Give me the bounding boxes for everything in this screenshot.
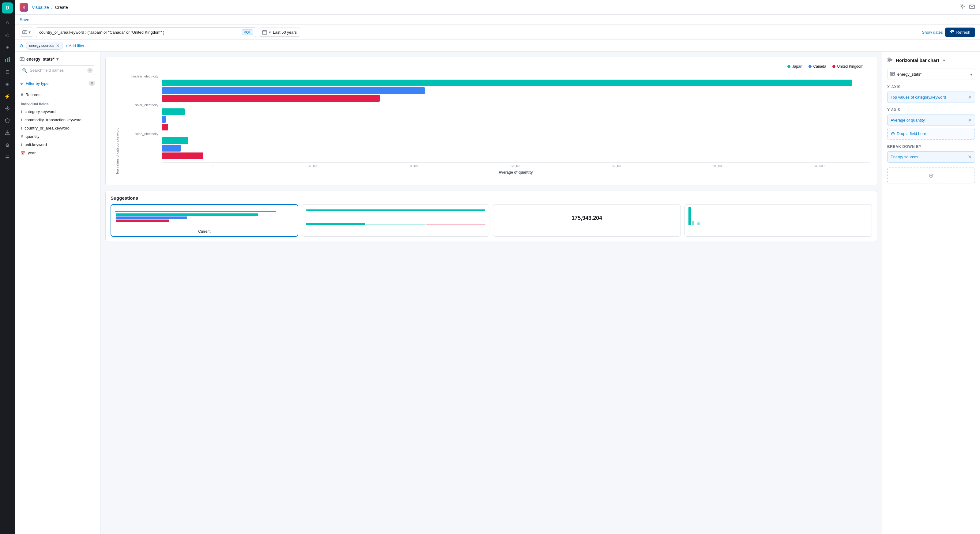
mini-bar-1 [115,211,276,212]
query-type-selector[interactable]: ▾ [20,27,33,37]
filter-options-icon[interactable]: ⊙ [20,43,23,48]
break-down-label: Break down by [887,145,975,149]
string-type-icon: t [21,109,22,114]
suggestion-preview-current [115,208,294,230]
filter-bar: ▾ country_or_area.keyword : ("Japan" or … [15,25,980,40]
x-tick-120k: 120,000 [465,164,566,168]
kibana-logo: K [20,3,28,12]
filter-chip-close-icon[interactable]: ✕ [56,43,60,48]
add-filter-button[interactable]: + Add filter [65,43,84,48]
main-layout: energy_stats* ▾ 🔍 ✕ Filter by type 0 [15,52,980,534]
sidebar-item-maps[interactable]: ◈ [2,78,13,89]
suggestion-preview-2 [306,208,486,233]
index-selector[interactable]: energy_stats* ▾ [20,57,95,62]
field-item-country[interactable]: t country_or_area.keyword [20,124,95,132]
svg-rect-9 [888,58,890,59]
y-axis-chip-remove-icon[interactable]: ✕ [968,117,972,123]
sidebar-item-discover[interactable]: ◎ [2,29,13,40]
field-item-category[interactable]: t category.keyword [20,108,95,116]
hash-type-icon: # [21,134,23,139]
suggestion-card-4[interactable] [684,204,872,237]
break-down-chip[interactable]: Energy sources ✕ [887,151,975,162]
svg-rect-12 [890,72,894,75]
legend-label-uk: United Kingdom [837,64,863,68]
sidebar-item-alerts[interactable] [2,127,13,138]
plus-icon: ⊕ [891,131,895,137]
svg-rect-7 [262,31,267,34]
x-tick-240k: 240,000 [768,164,869,168]
y-axis-section-label: Y-axis [887,108,975,112]
date-picker[interactable]: ▾ Last 50 years [259,27,300,37]
drop-field-label: Drop a field here [897,131,926,136]
x-axis-chip-remove-icon[interactable]: ✕ [968,94,972,100]
field-item-year[interactable]: 📅 year [20,149,95,157]
active-filter-chip[interactable]: energy sources ✕ [26,41,63,49]
x-axis-chip[interactable]: Top values of category.keyword ✕ [887,92,975,103]
sidebar-item-devtools[interactable] [2,103,13,114]
drop-field-button[interactable]: ⊕ Drop a field here [887,128,975,140]
x-axis: 0 40,000 80,000 120,000 160,000 200,000 … [162,162,869,168]
query-input-box[interactable]: country_or_area.keyword : ("Japan" or "C… [36,27,256,37]
svg-rect-10 [888,59,892,60]
settings-icon[interactable] [959,3,965,11]
legend-label-japan: Japan [792,64,802,68]
y-axis-chip-text: Average of quantity [891,118,925,122]
show-dates-button[interactable]: Show dates [922,30,943,35]
breadcrumb-current: Create [55,5,68,10]
svg-point-4 [961,5,963,7]
break-down-chip-remove-icon[interactable]: ✕ [968,154,972,160]
sidebar-item-home[interactable]: ⌂ [2,17,13,28]
legend-dot-canada [808,65,811,68]
x-tick-160k: 160,000 [566,164,667,168]
bar-group-nuclear: nuclear_electricity [119,75,869,102]
refresh-button[interactable]: Refresh [945,27,975,37]
nav-sidebar: D ⌂ ◎ ⊞ ⊡ ◈ ⚡ ⚙ ☰ [0,0,15,534]
sidebar-item-dashboard[interactable]: ⊞ [2,41,13,52]
filter-by-type-button[interactable]: Filter by type [20,81,48,86]
top-bar: K Visualize / Create [15,0,980,15]
suggestion-card-3[interactable]: 175,943.204 [493,204,681,237]
action-bar: Save [15,15,980,25]
left-panel: energy_stats* ▾ 🔍 ✕ Filter by type 0 [15,52,100,534]
svg-point-3 [6,108,8,109]
field-item-unit[interactable]: t unit.keyword [20,141,95,149]
x-axis-chip-text: Top values of category.keyword [891,95,946,100]
field-item-quantity[interactable]: # quantity [20,132,95,141]
sidebar-item-management[interactable]: ⚙ [2,140,13,151]
breadcrumb-parent[interactable]: Visualize [32,5,49,10]
sidebar-item-security[interactable] [2,115,13,126]
sidebar-item-collapse[interactable]: ☰ [2,152,13,163]
add-dimension-button[interactable]: ⊕ [887,167,975,183]
chart-type-icon [887,57,893,64]
field-item-commodity[interactable]: t commodity_transaction.keyword [20,116,95,124]
records-label: Records [25,92,40,97]
chart-container: Top values of category.keyword Japan [105,57,877,185]
sidebar-item-ml[interactable]: ⚡ [2,91,13,102]
svg-rect-2 [9,57,10,62]
suggestions-title: Suggestions [111,195,872,200]
suggestion-card-current[interactable]: Current [111,204,298,237]
kql-badge[interactable]: KQL [242,29,253,35]
suggestion-card-2[interactable] [302,204,490,237]
y-axis-chip[interactable]: Average of quantity ✕ [887,114,975,126]
string-type-icon: t [21,126,22,130]
filter-chip-bar: ⊙ energy sources ✕ + Add filter [15,40,980,52]
sidebar-item-visualize[interactable] [2,54,13,65]
save-button[interactable]: Save [20,17,29,22]
search-input[interactable] [20,65,95,75]
sidebar-item-canvas[interactable]: ⊡ [2,66,13,77]
chart-type-title: Horizontal bar chart [896,57,939,63]
break-down-section: Break down by Energy sources ✕ [887,145,975,162]
records-item[interactable]: # Records [20,90,95,100]
x-axis-label: Average of quantity [162,170,869,175]
data-source-row[interactable]: energy_stats* ▾ [887,68,975,80]
search-clear-icon[interactable]: ✕ [87,68,93,73]
x-axis-section: X-axis Top values of category.keyword ✕ [887,85,975,103]
bar-row-solar-canada [119,116,869,123]
chart-type-chevron-icon[interactable]: ▾ [943,58,945,63]
bar-wind-japan [162,137,188,144]
field-name-country: country_or_area.keyword [24,126,70,130]
refresh-label: Refresh [956,30,970,35]
mail-icon[interactable] [969,3,975,11]
bar-nuclear-canada [162,87,425,94]
